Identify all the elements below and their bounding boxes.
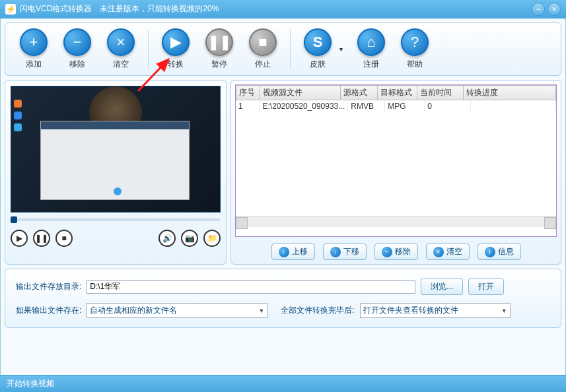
browse-button[interactable]: 浏览...: [421, 278, 463, 295]
skin-dropdown-icon[interactable]: ▾: [339, 46, 343, 53]
pause-icon: ❚❚: [207, 34, 231, 51]
main-toolbar: + 添加 − 移除 × 清空 ▶ 转换 ❚❚ 暂停 ■ 停止 S 皮肤 ▾: [5, 22, 561, 76]
list-clear-button[interactable]: ×清空: [426, 244, 470, 260]
info-icon: i: [485, 247, 495, 257]
horizontal-scrollbar[interactable]: [236, 216, 556, 227]
output-dir-label: 输出文件存放目录:: [16, 281, 81, 292]
pause-button[interactable]: ❚❚ 暂停: [199, 28, 240, 70]
clear-button[interactable]: × 清空: [100, 28, 141, 70]
play-icon: ▶: [170, 34, 182, 51]
file-exists-label: 如果输出文件存在:: [16, 305, 81, 316]
col-seq[interactable]: 序号: [236, 86, 260, 100]
help-button[interactable]: ? 帮助: [394, 28, 435, 70]
col-dstfmt[interactable]: 目标格式: [378, 86, 417, 100]
volume-button[interactable]: 🔊: [159, 230, 176, 247]
player-play-button[interactable]: ▶: [11, 230, 28, 247]
file-exists-combo[interactable]: 自动生成相应的新文件名 ▼: [87, 303, 267, 318]
seek-slider[interactable]: [11, 215, 221, 224]
minimize-button[interactable]: −: [532, 3, 545, 16]
col-src[interactable]: 视频源文件: [260, 86, 341, 100]
pause-icon: ❚❚: [35, 234, 48, 243]
status-text: 开始转换视频: [7, 378, 54, 389]
down-arrow-icon: ↓: [330, 247, 341, 257]
col-time[interactable]: 当前时间: [417, 86, 464, 100]
file-list-panel: 序号 视频源文件 源格式 目标格式 当前时间 转换进度 1 E:\2020052…: [230, 80, 561, 265]
up-arrow-icon: ↑: [279, 247, 289, 257]
question-icon: ?: [411, 34, 419, 51]
speaker-icon: 🔊: [162, 234, 172, 243]
move-down-button[interactable]: ↓下移: [323, 244, 367, 260]
status-bar: 开始转换视频: [0, 375, 566, 392]
preview-panel: ▶ ❚❚ ■ 🔊 📷 📁: [5, 80, 227, 265]
skin-icon: S: [313, 34, 323, 51]
video-preview[interactable]: [11, 86, 221, 212]
list-remove-button[interactable]: −移除: [374, 244, 418, 260]
separator: [290, 30, 291, 69]
snapshot-button[interactable]: 📷: [181, 230, 198, 247]
info-button[interactable]: i信息: [478, 244, 521, 260]
close-button[interactable]: ×: [548, 3, 561, 16]
x-icon: ×: [117, 34, 125, 51]
window-title: 闪电VCD格式转换器 未注册版本，只能转换视频的20%: [20, 3, 532, 15]
minus-icon: −: [73, 34, 82, 51]
minus-icon: −: [382, 247, 392, 257]
register-button[interactable]: ⌂ 注册: [351, 28, 392, 70]
stop-icon: ■: [61, 234, 66, 243]
player-pause-button[interactable]: ❚❚: [33, 230, 50, 247]
camera-icon: 📷: [185, 234, 195, 243]
plus-icon: +: [30, 34, 38, 51]
convert-button[interactable]: ▶ 转换: [155, 28, 196, 70]
app-icon: ⚡: [5, 4, 16, 15]
move-up-button[interactable]: ↑上移: [271, 244, 315, 260]
file-grid[interactable]: 序号 视频源文件 源格式 目标格式 当前时间 转换进度 1 E:\2020052…: [235, 84, 557, 237]
chevron-down-icon: ▼: [258, 308, 264, 314]
player-stop-button[interactable]: ■: [55, 230, 73, 247]
skin-button[interactable]: S 皮肤: [297, 28, 338, 70]
open-button[interactable]: 打开: [468, 278, 504, 295]
stop-button[interactable]: ■ 停止: [242, 28, 283, 70]
col-progress[interactable]: 转换进度: [464, 86, 556, 100]
after-convert-combo[interactable]: 打开文件夹查看转换的文件 ▼: [360, 303, 511, 318]
separator: [148, 30, 149, 69]
output-dir-input[interactable]: [87, 280, 415, 294]
x-icon: ×: [433, 247, 444, 257]
folder-icon: 📁: [207, 234, 217, 243]
play-icon: ▶: [17, 234, 22, 243]
folder-button[interactable]: 📁: [203, 230, 221, 247]
after-convert-label: 全部文件转换完毕后:: [281, 305, 354, 316]
home-icon: ⌂: [367, 34, 375, 51]
col-srcfmt[interactable]: 源格式: [341, 86, 378, 100]
stop-icon: ■: [258, 34, 267, 51]
chevron-down-icon: ▼: [501, 308, 507, 314]
remove-button[interactable]: − 移除: [57, 28, 98, 70]
titlebar: ⚡ 闪电VCD格式转换器 未注册版本，只能转换视频的20% − ×: [0, 0, 566, 18]
output-panel: 输出文件存放目录: 浏览... 打开 如果输出文件存在: 自动生成相应的新文件名…: [5, 269, 561, 328]
add-button[interactable]: + 添加: [13, 28, 54, 70]
table-row[interactable]: 1 E:\20200520_090933... RMVB MPG 0: [236, 100, 556, 112]
